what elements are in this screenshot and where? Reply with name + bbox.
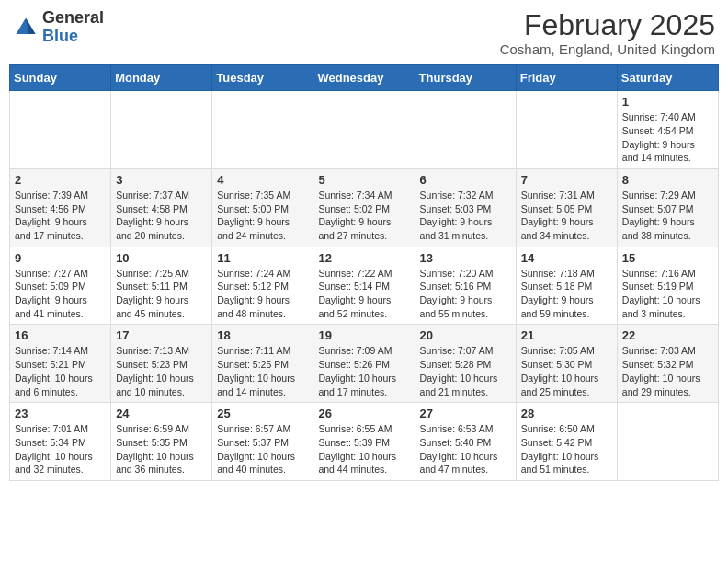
weekday-header-monday: Monday [111,65,212,91]
day-info: Sunrise: 7:16 AM Sunset: 5:19 PM Dayligh… [622,267,713,321]
calendar-cell: 15Sunrise: 7:16 AM Sunset: 5:19 PM Dayli… [617,247,718,325]
day-info: Sunrise: 7:01 AM Sunset: 5:34 PM Dayligh… [15,422,106,477]
calendar-cell: 23Sunrise: 7:01 AM Sunset: 5:34 PM Dayli… [10,403,111,481]
day-info: Sunrise: 7:11 AM Sunset: 5:25 PM Dayligh… [217,344,308,398]
day-number: 4 [217,173,308,187]
calendar-cell: 22Sunrise: 7:03 AM Sunset: 5:32 PM Dayli… [617,325,718,403]
weekday-header-thursday: Thursday [415,65,516,91]
day-info: Sunrise: 7:32 AM Sunset: 5:03 PM Dayligh… [420,189,511,243]
day-number: 16 [15,328,106,342]
page-header: General Blue February 2025 Cosham, Engla… [9,9,719,57]
calendar-cell: 9Sunrise: 7:27 AM Sunset: 5:09 PM Daylig… [10,247,111,325]
day-info: Sunrise: 7:22 AM Sunset: 5:14 PM Dayligh… [318,267,409,321]
calendar-cell: 2Sunrise: 7:39 AM Sunset: 4:56 PM Daylig… [10,168,111,247]
calendar-cell [212,91,313,169]
day-info: Sunrise: 7:39 AM Sunset: 4:56 PM Dayligh… [15,189,106,243]
day-number: 21 [521,328,612,342]
day-number: 8 [622,173,713,187]
calendar-cell: 3Sunrise: 7:37 AM Sunset: 4:58 PM Daylig… [111,168,212,247]
day-number: 20 [420,328,511,342]
day-number: 18 [217,328,308,342]
week-row-2: 2Sunrise: 7:39 AM Sunset: 4:56 PM Daylig… [10,168,719,247]
day-info: Sunrise: 7:34 AM Sunset: 5:02 PM Dayligh… [318,189,409,243]
calendar-cell [313,91,415,169]
day-info: Sunrise: 7:20 AM Sunset: 5:16 PM Dayligh… [420,267,511,321]
day-number: 10 [116,251,207,265]
day-info: Sunrise: 6:55 AM Sunset: 5:39 PM Dayligh… [318,422,409,477]
day-info: Sunrise: 7:31 AM Sunset: 5:05 PM Dayligh… [521,189,612,243]
day-number: 3 [116,173,207,187]
calendar-cell: 4Sunrise: 7:35 AM Sunset: 5:00 PM Daylig… [212,168,313,247]
calendar-cell [111,91,212,169]
weekday-header-friday: Friday [516,65,617,91]
day-info: Sunrise: 7:07 AM Sunset: 5:28 PM Dayligh… [420,344,511,398]
day-number: 2 [15,173,106,187]
day-info: Sunrise: 7:24 AM Sunset: 5:12 PM Dayligh… [217,267,308,321]
day-info: Sunrise: 6:57 AM Sunset: 5:37 PM Dayligh… [217,422,308,477]
calendar-cell: 21Sunrise: 7:05 AM Sunset: 5:30 PM Dayli… [516,325,617,403]
calendar-cell [10,91,111,169]
calendar-cell: 14Sunrise: 7:18 AM Sunset: 5:18 PM Dayli… [516,247,617,325]
day-number: 12 [318,251,409,265]
location: Cosham, England, United Kingdom [500,41,715,57]
day-number: 5 [318,173,409,187]
calendar-cell [415,91,516,169]
day-number: 19 [318,328,409,342]
calendar-cell [516,91,617,169]
day-info: Sunrise: 7:09 AM Sunset: 5:26 PM Dayligh… [318,344,409,398]
calendar-cell: 5Sunrise: 7:34 AM Sunset: 5:02 PM Daylig… [313,168,415,247]
weekday-header-sunday: Sunday [10,65,111,91]
weekday-header-saturday: Saturday [617,65,718,91]
calendar-cell: 26Sunrise: 6:55 AM Sunset: 5:39 PM Dayli… [313,403,415,481]
week-row-5: 23Sunrise: 7:01 AM Sunset: 5:34 PM Dayli… [10,403,719,481]
day-info: Sunrise: 7:25 AM Sunset: 5:11 PM Dayligh… [116,267,207,321]
day-number: 23 [15,407,106,420]
logo-general: General [42,8,104,27]
day-number: 27 [420,407,511,420]
calendar: SundayMondayTuesdayWednesdayThursdayFrid… [9,64,719,481]
day-number: 26 [318,407,409,420]
calendar-cell: 19Sunrise: 7:09 AM Sunset: 5:26 PM Dayli… [313,325,415,403]
day-info: Sunrise: 7:29 AM Sunset: 5:07 PM Dayligh… [622,189,713,243]
day-number: 24 [116,407,207,420]
calendar-cell: 17Sunrise: 7:13 AM Sunset: 5:23 PM Dayli… [111,325,212,403]
day-number: 7 [521,173,612,187]
day-number: 11 [217,251,308,265]
week-row-1: 1Sunrise: 7:40 AM Sunset: 4:54 PM Daylig… [10,91,719,169]
day-info: Sunrise: 7:18 AM Sunset: 5:18 PM Dayligh… [521,267,612,321]
day-info: Sunrise: 7:27 AM Sunset: 5:09 PM Dayligh… [15,267,106,321]
calendar-cell: 24Sunrise: 6:59 AM Sunset: 5:35 PM Dayli… [111,403,212,481]
day-info: Sunrise: 7:13 AM Sunset: 5:23 PM Dayligh… [116,344,207,398]
logo-text: General Blue [42,9,104,46]
calendar-cell: 6Sunrise: 7:32 AM Sunset: 5:03 PM Daylig… [415,168,516,247]
weekday-header-row: SundayMondayTuesdayWednesdayThursdayFrid… [10,65,719,91]
day-number: 25 [217,407,308,420]
logo: General Blue [13,9,104,46]
calendar-cell: 10Sunrise: 7:25 AM Sunset: 5:11 PM Dayli… [111,247,212,325]
day-number: 15 [622,251,713,265]
day-info: Sunrise: 7:03 AM Sunset: 5:32 PM Dayligh… [622,344,713,398]
day-info: Sunrise: 7:40 AM Sunset: 4:54 PM Dayligh… [622,110,713,165]
calendar-cell: 8Sunrise: 7:29 AM Sunset: 5:07 PM Daylig… [617,168,718,247]
title-block: February 2025 Cosham, England, United Ki… [500,9,715,57]
logo-blue: Blue [42,27,78,45]
calendar-cell: 28Sunrise: 6:50 AM Sunset: 5:42 PM Dayli… [516,403,617,481]
calendar-cell: 16Sunrise: 7:14 AM Sunset: 5:21 PM Dayli… [10,325,111,403]
calendar-cell: 27Sunrise: 6:53 AM Sunset: 5:40 PM Dayli… [415,403,516,481]
week-row-3: 9Sunrise: 7:27 AM Sunset: 5:09 PM Daylig… [10,247,719,325]
day-info: Sunrise: 6:53 AM Sunset: 5:40 PM Dayligh… [420,422,511,477]
day-info: Sunrise: 6:50 AM Sunset: 5:42 PM Dayligh… [521,422,612,477]
calendar-cell [617,403,718,481]
month-title: February 2025 [500,9,715,41]
day-info: Sunrise: 6:59 AM Sunset: 5:35 PM Dayligh… [116,422,207,477]
day-number: 6 [420,173,511,187]
day-number: 17 [116,328,207,342]
day-number: 13 [420,251,511,265]
week-row-4: 16Sunrise: 7:14 AM Sunset: 5:21 PM Dayli… [10,325,719,403]
calendar-cell: 12Sunrise: 7:22 AM Sunset: 5:14 PM Dayli… [313,247,415,325]
day-number: 1 [622,95,713,109]
calendar-cell: 1Sunrise: 7:40 AM Sunset: 4:54 PM Daylig… [617,91,718,169]
logo-icon [13,15,39,40]
day-info: Sunrise: 7:37 AM Sunset: 4:58 PM Dayligh… [116,189,207,243]
weekday-header-tuesday: Tuesday [212,65,313,91]
